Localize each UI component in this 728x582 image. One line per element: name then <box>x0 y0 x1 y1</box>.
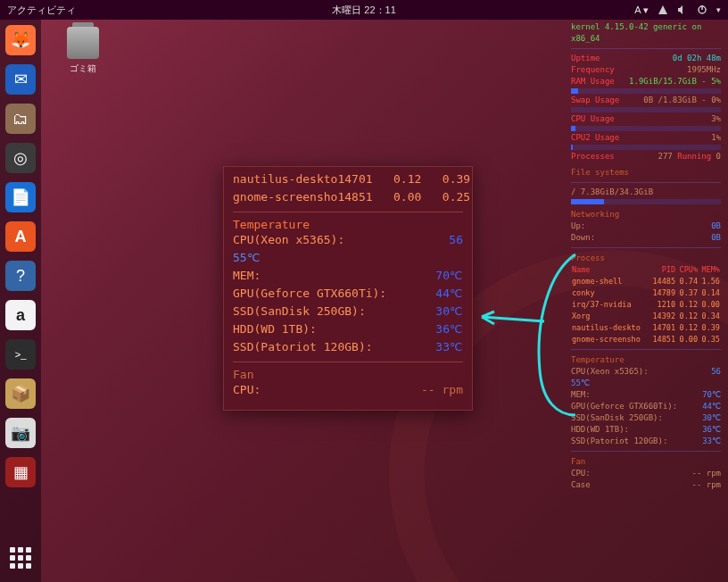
trash-icon <box>67 27 99 59</box>
proc-row: gnome-screensho 14851 0.00 0.25 <box>233 188 463 206</box>
top-bar: アクティビティ 木曜日 22：11 A ▾ ▾ <box>0 0 728 20</box>
process-table: NamePIDCPU%MEM% gnome-shell144850.741.56… <box>571 264 721 345</box>
trash-label: ゴミ箱 <box>59 62 107 75</box>
show-applications-button[interactable] <box>5 543 36 573</box>
dock-help[interactable]: ? <box>5 261 36 291</box>
dock-rhythmbox[interactable]: ◎ <box>5 143 36 173</box>
dock-writer[interactable]: 📄 <box>5 182 36 212</box>
dock-unknown[interactable]: ▦ <box>5 457 36 487</box>
dock-files[interactable]: 🗂 <box>5 104 36 134</box>
activities-button[interactable]: アクティビティ <box>7 4 76 17</box>
dock-amazon[interactable]: a <box>5 300 36 330</box>
fan-header: Fan <box>233 368 463 381</box>
dock-software[interactable]: A <box>5 221 36 252</box>
system-tray: A ▾ ▾ <box>634 4 721 16</box>
dock-archive[interactable]: 📦 <box>5 378 36 409</box>
dock-firefox[interactable]: 🦊 <box>5 25 36 55</box>
dock-screenshot[interactable]: 📷 <box>5 418 36 448</box>
language-indicator[interactable]: A ▾ <box>634 4 649 16</box>
network-icon[interactable] <box>658 4 668 15</box>
conky-panel: kernel 4.15.0-42 generic on x86_64 Uptim… <box>571 21 721 491</box>
proc-row: nautilus-deskto 14701 0.12 0.39 <box>233 170 463 188</box>
dock-thunderbird[interactable]: ✉ <box>5 64 36 95</box>
power-icon[interactable] <box>697 4 707 15</box>
trash-desktop-icon[interactable]: ゴミ箱 <box>59 27 107 75</box>
volume-icon[interactable] <box>677 4 688 15</box>
clock[interactable]: 木曜日 22：11 <box>332 4 396 17</box>
temp-header: Temperature <box>233 218 463 231</box>
dock-terminal[interactable]: >_ <box>5 339 36 370</box>
dock: 🦊 ✉ 🗂 ◎ 📄 A ? a >_ 📦 📷 ▦ <box>0 20 41 582</box>
chevron-down-icon[interactable]: ▾ <box>716 5 721 14</box>
conky-zoom-panel: nautilus-deskto 14701 0.12 0.39 gnome-sc… <box>223 166 473 411</box>
kernel-line: kernel 4.15.0-42 generic on x86_64 <box>571 21 721 45</box>
